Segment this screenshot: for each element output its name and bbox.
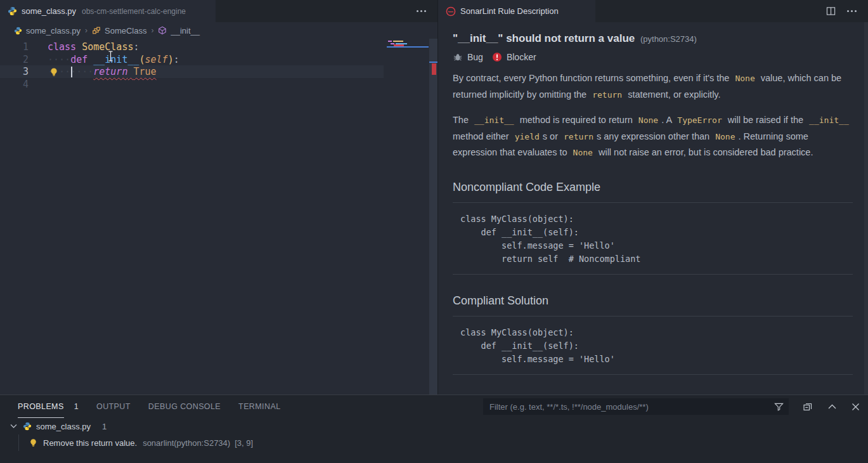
divider xyxy=(453,374,853,375)
rule-paragraph: By contract, every Python function retur… xyxy=(453,70,853,103)
editor-group-left: some_class.py obs-cm-settlement-calc-eng… xyxy=(0,0,437,395)
code-token: def xyxy=(70,54,87,67)
code-token: True xyxy=(133,66,156,79)
code-line: 3········return True xyxy=(0,66,437,79)
code-token: ···· xyxy=(70,66,93,79)
method-symbol-icon xyxy=(158,26,167,35)
divider xyxy=(453,274,853,275)
code-token: ···· xyxy=(48,54,70,67)
rule-id: (python:S2734) xyxy=(640,34,697,44)
lightbulb-icon xyxy=(29,438,37,447)
tab-description: obs-cm-settlement-calc-engine xyxy=(82,7,186,16)
breadcrumb-separator: › xyxy=(151,26,153,35)
code-token: ( xyxy=(139,54,145,67)
rule-description-panel: SonarLint Rule Description "__init__" sh… xyxy=(437,0,868,395)
editor-scrollbar[interactable] xyxy=(429,39,437,395)
webview-scrollbar[interactable] xyxy=(864,22,868,395)
breadcrumb: some_class.py › SomeClass › __init__ xyxy=(0,22,437,39)
inline-code: None xyxy=(715,132,735,141)
sonarlint-rule-tab[interactable]: SonarLint Rule Description xyxy=(438,0,595,22)
code-line: 2····def __init__(self): xyxy=(0,54,437,67)
rule-title: "__init__" should not return a value (py… xyxy=(453,32,853,45)
rule-description-content: "__init__" should not return a value (py… xyxy=(438,22,864,395)
code-editor[interactable]: 1class SomeClass:2····def __init__(self)… xyxy=(0,39,437,395)
problems-filter-input[interactable]: Filter (e.g. text, **/*.ts, !**/node_mod… xyxy=(483,398,789,415)
more-actions-icon[interactable] xyxy=(417,10,426,12)
python-file-icon xyxy=(14,27,22,35)
code-token xyxy=(87,54,93,67)
overview-ruler-info-mark xyxy=(429,62,437,63)
problem-row[interactable]: Remove this return value. sonarlint(pyth… xyxy=(0,434,868,451)
close-panel-icon[interactable] xyxy=(852,403,860,411)
editor-tabbar-left: some_class.py obs-cm-settlement-calc-eng… xyxy=(0,0,437,22)
chevron-down-icon[interactable] xyxy=(10,424,17,429)
class-symbol-icon xyxy=(92,26,101,35)
breadcrumb-separator: › xyxy=(85,26,87,35)
line-number: 3 xyxy=(0,66,29,79)
section-heading: Compliant Solution xyxy=(453,294,853,308)
maximize-panel-icon[interactable] xyxy=(827,403,837,410)
panel-tab-problems[interactable]: PROBLEMS xyxy=(18,396,64,418)
panel-tab-count: 1 xyxy=(74,396,79,418)
problem-message: Remove this return value. xyxy=(43,438,137,448)
problem-position: [3, 9] xyxy=(235,438,253,448)
line-number: 2 xyxy=(0,54,29,67)
problem-source: sonarlint(python:S2734) xyxy=(143,438,230,448)
inline-code: __init__ xyxy=(474,115,514,125)
editor-tabbar-right: SonarLint Rule Description xyxy=(438,0,868,22)
line-number: 1 xyxy=(0,41,29,54)
sonarlint-icon xyxy=(446,6,456,16)
inline-code: return xyxy=(592,90,622,100)
rule-paragraph: The __init__ method is required to retur… xyxy=(453,112,853,161)
filter-placeholder: Filter (e.g. text, **/*.ts, !**/node_mod… xyxy=(489,402,774,412)
code-token: : xyxy=(174,54,179,67)
inline-code: yield xyxy=(515,132,540,141)
python-file-icon xyxy=(8,6,17,16)
inline-code: None xyxy=(573,148,593,157)
problems-file-row[interactable]: some_class.py 1 xyxy=(0,418,868,434)
split-editor-icon[interactable] xyxy=(826,6,836,16)
code-line: 4 xyxy=(0,79,437,91)
code-token xyxy=(127,66,133,79)
breadcrumb-class[interactable]: SomeClass xyxy=(105,26,146,36)
blocker-icon xyxy=(492,52,502,62)
rule-badges: Bug Blocker xyxy=(453,52,853,62)
inline-code: None xyxy=(638,115,658,125)
breadcrumb-file[interactable]: some_class.py xyxy=(26,26,81,36)
inline-code: return xyxy=(564,132,593,141)
mouse-ibeam-cursor xyxy=(108,51,113,62)
code-token: : xyxy=(133,41,139,54)
section-heading: Noncompliant Code Example xyxy=(453,181,853,194)
panel-tab-terminal[interactable]: TERMINAL xyxy=(238,396,280,418)
problems-file-count: 1 xyxy=(102,422,107,431)
inline-code: None xyxy=(735,74,755,83)
filter-funnel-icon[interactable] xyxy=(774,402,784,412)
tab-title: SonarLint Rule Description xyxy=(460,6,559,16)
code-example: class MyClass(object): def __init__(self… xyxy=(453,326,853,366)
rule-severity-label: Blocker xyxy=(507,52,536,62)
bug-icon xyxy=(453,52,463,62)
text-caret xyxy=(71,67,72,77)
problems-panel: PROBLEMS1OUTPUTDEBUG CONSOLETERMINAL Fil… xyxy=(0,395,868,463)
tab-filename: some_class.py xyxy=(22,6,76,16)
code-token: return xyxy=(93,66,127,79)
divider xyxy=(453,202,853,203)
more-actions-icon[interactable] xyxy=(847,10,857,12)
line-number: 4 xyxy=(0,79,29,91)
collapse-all-icon[interactable] xyxy=(803,401,813,412)
code-token: class xyxy=(48,41,76,54)
inline-code: __init__ xyxy=(809,115,849,125)
minimap[interactable] xyxy=(387,41,429,79)
lightbulb-icon[interactable] xyxy=(49,67,58,77)
code-example: class MyClass(object): def __init__(self… xyxy=(453,212,853,266)
panel-tab-output[interactable]: OUTPUT xyxy=(96,396,131,418)
divider xyxy=(453,316,853,316)
panel-tab-debug-console[interactable]: DEBUG CONSOLE xyxy=(148,396,221,418)
code-line: 1class SomeClass: xyxy=(0,41,437,54)
code-token: __init__ xyxy=(93,54,139,67)
overview-ruler-error-mark xyxy=(432,63,436,75)
editor-tab-some-class[interactable]: some_class.py obs-cm-settlement-calc-eng… xyxy=(0,0,216,22)
breadcrumb-method[interactable]: __init__ xyxy=(171,26,200,36)
code-token: ) xyxy=(168,54,174,67)
code-token xyxy=(76,41,82,54)
